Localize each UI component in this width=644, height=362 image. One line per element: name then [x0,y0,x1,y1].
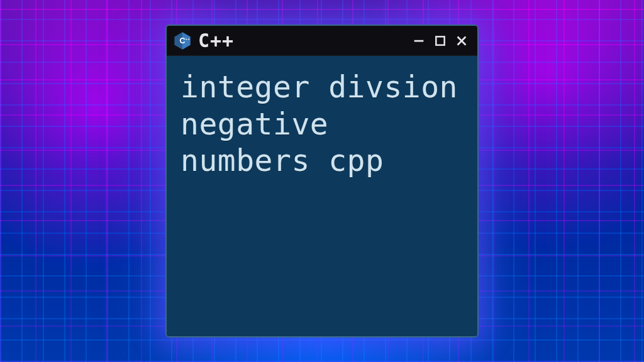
window-title: C++ [198,30,234,52]
svg-text:+: + [188,36,190,40]
window-titlebar[interactable]: C + + C++ [167,26,477,56]
close-button[interactable] [453,33,470,49]
svg-text:+: + [185,36,187,40]
window-controls [411,33,470,49]
maximize-button[interactable] [432,33,448,49]
window-body: integer divsion negative numbers cpp [167,56,477,336]
svg-rect-6 [436,36,444,45]
svg-text:C: C [179,36,185,45]
cpp-logo-icon: C + + [173,31,192,50]
terminal-window: C + + C++ integer divsion negative numbe… [165,25,479,337]
minimize-button[interactable] [411,33,427,49]
code-text: integer divsion negative numbers cpp [180,69,466,179]
